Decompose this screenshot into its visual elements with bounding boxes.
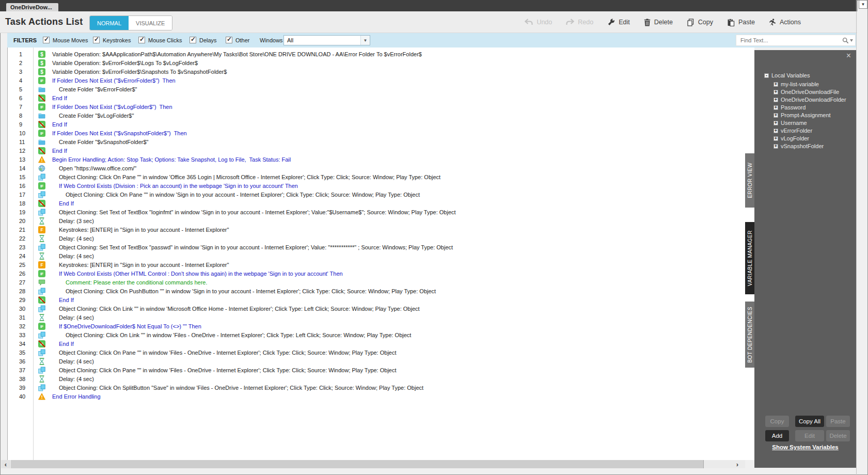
checkbox-icon[interactable] — [226, 37, 232, 43]
checkbox-icon[interactable] — [190, 37, 196, 43]
visualize-view-button[interactable]: VISUALIZE — [129, 16, 172, 30]
side-tab-bot-dependencies[interactable]: BOT DEPENDENCIES — [745, 302, 754, 368]
filter-checkbox-keystrokes[interactable]: Keystrokes — [93, 37, 131, 43]
local-variables-root[interactable]: - Local Variables — [764, 72, 810, 78]
variable-tree-item[interactable]: + OneDriveDownloadFile — [774, 89, 839, 95]
scroll-right-button[interactable]: › — [730, 460, 745, 468]
find-text-input[interactable] — [736, 37, 840, 44]
variable-tree-item[interactable]: + vSnapshotFolder — [774, 143, 824, 149]
action-row[interactable]: 19 Object Cloning: Set Text of TextBox "… — [8, 208, 754, 217]
action-row[interactable]: 29 IF End If — [8, 296, 754, 305]
action-row[interactable]: 31 Delay: (4 sec) — [8, 313, 754, 322]
action-row[interactable]: 8 Create Folder "$vLogFolder$" — [8, 112, 754, 120]
add-variable-button[interactable]: Add — [765, 430, 789, 441]
action-row[interactable]: 2 $ Variable Operation: $vErrorFolder$\L… — [8, 59, 754, 68]
filter-checkbox-mouse-moves[interactable]: Mouse Moves — [43, 37, 88, 43]
action-row[interactable]: 32 IF If $OneDriveDownloadFolder$ Not Eq… — [8, 322, 754, 331]
paste-button[interactable]: Paste — [727, 19, 755, 26]
action-row[interactable]: 16 IF If Web Control Exists (Division : … — [8, 182, 754, 191]
delete-variable-button[interactable]: Delete — [826, 430, 850, 441]
window-dropdown-button[interactable]: ▼ — [859, 0, 867, 9]
variable-tree-item[interactable]: + Username — [774, 120, 807, 126]
copy-all-variable-button[interactable]: Copy All — [795, 416, 824, 427]
action-row[interactable]: 39 Object Cloning: Click On SplitButton … — [8, 384, 754, 392]
normal-view-button[interactable]: NORMAL — [90, 16, 129, 30]
action-row[interactable]: 15 Object Cloning: Click On Pane "" in w… — [8, 173, 754, 182]
tree-expand-icon[interactable]: + — [774, 129, 778, 133]
scroll-left-button[interactable]: ‹ — [1, 460, 10, 468]
variable-tree-item[interactable]: + Prompt-Assignment — [774, 112, 831, 118]
tree-expand-icon[interactable]: + — [774, 144, 778, 149]
paste-variable-button[interactable]: Paste — [826, 416, 850, 427]
action-row[interactable]: 10 IF If Folder Does Not Exist ("$vSnaps… — [8, 129, 754, 138]
action-row[interactable]: 22 Delay: (4 sec) — [8, 234, 754, 243]
action-row[interactable]: 21 F Keystrokes: [ENTER] in "Sign in to … — [8, 226, 754, 234]
action-row[interactable]: 5 Create Folder "$vErrorFolder$" — [8, 85, 754, 94]
search-icon[interactable] — [840, 37, 855, 44]
action-row[interactable]: 37 Object Cloning: Click On Pane "" in w… — [8, 366, 754, 375]
action-row[interactable]: 14 Open "https://www.office.com/" — [8, 164, 754, 173]
action-row[interactable]: 40 End Error Handling — [8, 392, 754, 401]
action-row[interactable]: 17 Object Cloning: Click On Pane "" in w… — [8, 191, 754, 199]
windows-filter-select[interactable]: All ▼ — [283, 35, 370, 45]
error-handling-icon — [38, 156, 45, 163]
undo-button[interactable]: Undo — [525, 19, 552, 26]
side-tab-variable-manager[interactable]: VARIABLE MANAGER — [745, 222, 754, 294]
variable-tree-item[interactable]: + vLogFolder — [774, 135, 809, 141]
action-row[interactable]: 25 F Keystrokes: [ENTER] in "Sign in to … — [8, 261, 754, 270]
view-toggle-group: NORMAL VISUALIZE — [89, 15, 172, 30]
checkbox-icon[interactable] — [93, 37, 100, 43]
action-text: End Error Handling — [52, 393, 101, 400]
action-row[interactable]: 11 Create Folder "$vSnapshotFolder$" — [8, 138, 754, 147]
action-row[interactable]: 33 Object Cloning: Click On Link "" in w… — [8, 331, 754, 340]
action-row[interactable]: 30 Object Cloning: Click On Link "" in w… — [8, 305, 754, 313]
action-row[interactable]: 23 Object Cloning: Set Text of TextBox "… — [8, 243, 754, 252]
filter-checkbox-other[interactable]: Other — [226, 37, 250, 43]
tree-expand-icon[interactable]: + — [774, 136, 778, 141]
action-row[interactable]: 35 Object Cloning: Click On Pane "" in w… — [8, 349, 754, 357]
edit-button[interactable]: Edit — [607, 19, 630, 26]
close-icon[interactable]: × — [846, 51, 851, 60]
tree-expand-icon[interactable]: + — [774, 98, 778, 102]
checkbox-icon[interactable] — [138, 37, 145, 43]
action-row[interactable]: 3 $ Variable Operation: $vErrorFolder$\S… — [8, 68, 754, 76]
tree-collapse-icon[interactable]: - — [764, 73, 769, 78]
scrollbar-thumb[interactable] — [11, 460, 704, 468]
action-row[interactable]: 9 IF End If — [8, 120, 754, 129]
show-system-variables-link[interactable]: Show System Variables — [754, 444, 856, 450]
tree-expand-icon[interactable]: + — [774, 90, 778, 94]
tree-expand-icon[interactable]: + — [774, 105, 778, 110]
action-row[interactable]: 20 Delay: (3 sec) — [8, 217, 754, 226]
tree-expand-icon[interactable]: + — [774, 113, 778, 118]
edit-variable-button[interactable]: Edit — [795, 430, 824, 441]
delete-button[interactable]: Delete — [644, 19, 673, 26]
variable-tree-item[interactable]: + Password — [774, 104, 806, 110]
copy-variable-button[interactable]: Copy — [765, 416, 789, 427]
action-row[interactable]: 6 IF End If — [8, 94, 754, 103]
action-row[interactable]: 38 Delay: (4 sec) — [8, 375, 754, 384]
copy-button[interactable]: Copy — [687, 19, 713, 26]
tree-expand-icon[interactable]: + — [774, 82, 778, 87]
variable-tree-item[interactable]: + OneDriveDownloadFolder — [774, 97, 846, 103]
action-row[interactable]: 36 Delay: (4 sec) — [8, 357, 754, 366]
action-row[interactable]: 34 IF End If — [8, 340, 754, 349]
action-row[interactable]: 4 IF If Folder Does Not Exist ("$vErrorF… — [8, 76, 754, 85]
action-row[interactable]: 28 Object Cloning: Click On PushButton "… — [8, 287, 754, 296]
variable-tree-item[interactable]: + vErrorFolder — [774, 128, 812, 134]
checkbox-icon[interactable] — [43, 37, 50, 43]
action-row[interactable]: 7 IF If Folder Does Not Exist ("$vLogFol… — [8, 103, 754, 112]
actions-button[interactable]: Actions — [769, 19, 801, 26]
action-row[interactable]: 24 Delay: (4 sec) — [8, 252, 754, 261]
action-row[interactable]: 18 IF End If — [8, 199, 754, 208]
side-tab-error-view[interactable]: ERROR VIEW — [745, 153, 754, 208]
filter-checkbox-mouse-clicks[interactable]: Mouse Clicks — [138, 37, 182, 43]
action-row[interactable]: 1 $ Variable Operation: $AAApplicationPa… — [8, 50, 754, 59]
action-row[interactable]: 26 IF If Web Control Exists (Other HTML … — [8, 270, 754, 278]
tree-expand-icon[interactable]: + — [774, 121, 778, 125]
redo-button[interactable]: Redo — [566, 19, 593, 26]
action-row[interactable]: 27 Comment: Please enter the conditional… — [8, 278, 754, 287]
variable-tree-item[interactable]: + my-list-variable — [774, 81, 819, 87]
filter-checkbox-delays[interactable]: Delays — [190, 37, 217, 43]
action-row[interactable]: 13 Begin Error Handling; Action: Stop Ta… — [8, 155, 754, 164]
action-row[interactable]: 12 IF End If — [8, 147, 754, 155]
